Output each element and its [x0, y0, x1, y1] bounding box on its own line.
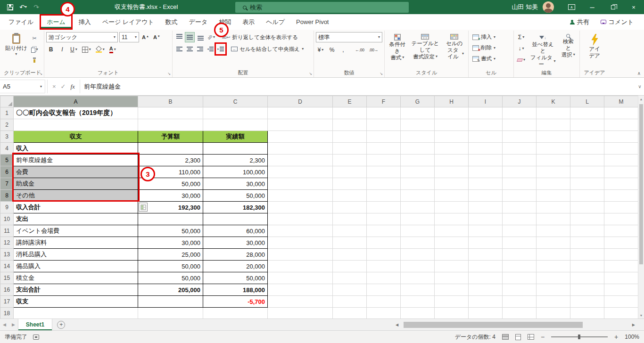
cell-A9[interactable]: 収入合計 — [14, 202, 138, 213]
cell-J14[interactable] — [503, 261, 537, 272]
cell-E10[interactable] — [333, 213, 367, 225]
row-header-16[interactable]: 16 — [0, 284, 14, 296]
formula-input[interactable]: 前年度繰越金 — [80, 80, 636, 93]
cell-E18[interactable] — [333, 308, 367, 319]
cell-H14[interactable] — [435, 261, 469, 272]
format-as-table-button[interactable]: テーブルとして書式設定▾ — [408, 32, 442, 60]
cell-L7[interactable] — [570, 178, 604, 190]
cell-F7[interactable] — [367, 178, 401, 190]
cell-J12[interactable] — [503, 237, 537, 249]
cell-F9[interactable] — [367, 202, 401, 213]
cell-A4[interactable]: 収入 — [14, 143, 138, 155]
tab-insert[interactable]: 挿入 — [73, 14, 97, 30]
borders-button[interactable]: ▾ — [81, 44, 92, 55]
insert-cells-button[interactable]: +挿入▾ — [471, 32, 512, 42]
font-size-select[interactable]: 11▾ — [119, 32, 139, 42]
cell-M16[interactable] — [604, 284, 638, 296]
cell-J9[interactable] — [503, 202, 537, 213]
cell-L4[interactable] — [570, 143, 604, 155]
decrease-font-size-button[interactable]: A▼ — [152, 32, 162, 42]
cell-C3[interactable]: 実績額 — [203, 131, 268, 143]
cell-B12[interactable]: 30,000 — [138, 237, 203, 249]
horizontal-scrollbar[interactable]: ◀ ▶ — [394, 320, 636, 329]
cell-A16[interactable]: 支出合計 — [14, 284, 138, 296]
underline-button[interactable]: U▾ — [69, 44, 79, 55]
cell-H5[interactable] — [435, 155, 469, 166]
clear-button[interactable]: ▾ — [516, 55, 527, 65]
cell-B18[interactable] — [138, 308, 203, 319]
cell-E5[interactable] — [333, 155, 367, 166]
cell-K9[interactable] — [537, 202, 570, 213]
cell-G16[interactable] — [401, 284, 435, 296]
cell-M6[interactable] — [604, 166, 638, 178]
cell-D6[interactable] — [268, 166, 333, 178]
column-header-D[interactable]: D — [268, 96, 333, 107]
cell-G14[interactable] — [401, 261, 435, 272]
font-color-button[interactable]: A▾ — [108, 44, 117, 55]
cell-H11[interactable] — [435, 225, 469, 237]
cell-G17[interactable] — [401, 296, 435, 308]
cell-C17[interactable]: -5,700 — [203, 296, 268, 308]
decrease-decimal-button[interactable]: .00→ — [368, 45, 380, 55]
alignment-dialog-launcher-icon[interactable]: ↘ — [309, 72, 312, 76]
cell-L6[interactable] — [570, 166, 604, 178]
number-format-select[interactable]: 標準▾ — [316, 32, 382, 42]
cell-J6[interactable] — [503, 166, 537, 178]
column-header-L[interactable]: L — [570, 96, 604, 107]
cell-A7[interactable]: 助成金 — [14, 178, 138, 190]
cell-J15[interactable] — [503, 272, 537, 284]
cell-G9[interactable] — [401, 202, 435, 213]
cell-F1[interactable] — [367, 107, 401, 119]
sheet-nav-left-icon[interactable]: ◀ — [0, 319, 9, 330]
cell-G15[interactable] — [401, 272, 435, 284]
vertical-scrollbar[interactable]: ▲ ▼ — [638, 96, 644, 318]
cell-G13[interactable] — [401, 249, 435, 261]
cell-M14[interactable] — [604, 261, 638, 272]
cell-D1[interactable] — [268, 107, 333, 119]
cell-B2[interactable] — [138, 119, 203, 131]
cell-D17[interactable] — [268, 296, 333, 308]
row-header-8[interactable]: 8 — [0, 190, 14, 202]
cell-B3[interactable]: 予算額 — [138, 131, 203, 143]
cell-H3[interactable] — [435, 131, 469, 143]
cell-M17[interactable] — [604, 296, 638, 308]
collapse-ribbon-icon[interactable]: ∧ — [637, 71, 641, 76]
insert-function-button[interactable]: fx — [71, 83, 75, 90]
column-header-E[interactable]: E — [333, 96, 367, 107]
tab-help[interactable]: ヘルプ — [260, 14, 290, 30]
cell-J8[interactable] — [503, 190, 537, 202]
cell-E7[interactable] — [333, 178, 367, 190]
cell-H8[interactable] — [435, 190, 469, 202]
cell-F10[interactable] — [367, 213, 401, 225]
cell-G4[interactable] — [401, 143, 435, 155]
clipboard-dialog-launcher-icon[interactable]: ↘ — [39, 72, 42, 76]
cell-H17[interactable] — [435, 296, 469, 308]
cell-H9[interactable] — [435, 202, 469, 213]
cell-F5[interactable] — [367, 155, 401, 166]
row-header-1[interactable]: 1 — [0, 107, 14, 119]
column-header-G[interactable]: G — [401, 96, 435, 107]
page-layout-view-button[interactable] — [515, 334, 521, 340]
cell-I13[interactable] — [469, 249, 503, 261]
column-header-A[interactable]: A — [14, 96, 138, 107]
cell-G5[interactable] — [401, 155, 435, 166]
sort-filter-button[interactable]: ↓ 並べ替えとフィルター▾ — [528, 32, 558, 68]
cell-C8[interactable]: 50,000 — [203, 190, 268, 202]
cell-E2[interactable] — [333, 119, 367, 131]
autosum-button[interactable]: Σ▾ — [516, 32, 527, 42]
zoom-in-button[interactable]: + — [614, 333, 618, 341]
column-header-J[interactable]: J — [503, 96, 537, 107]
row-header-5[interactable]: 5 — [0, 155, 14, 166]
cell-M12[interactable] — [604, 237, 638, 249]
cell-I8[interactable] — [469, 190, 503, 202]
cell-H2[interactable] — [435, 119, 469, 131]
cell-G7[interactable] — [401, 178, 435, 190]
cell-A1[interactable]: 〇〇町内会収支報告（2019年度） — [14, 107, 138, 119]
cell-J5[interactable] — [503, 155, 537, 166]
cell-K12[interactable] — [537, 237, 570, 249]
cell-B10[interactable] — [138, 213, 203, 225]
cell-B15[interactable]: 50,000 — [138, 272, 203, 284]
cell-K16[interactable] — [537, 284, 570, 296]
cell-E15[interactable] — [333, 272, 367, 284]
cell-C4[interactable] — [203, 143, 268, 155]
